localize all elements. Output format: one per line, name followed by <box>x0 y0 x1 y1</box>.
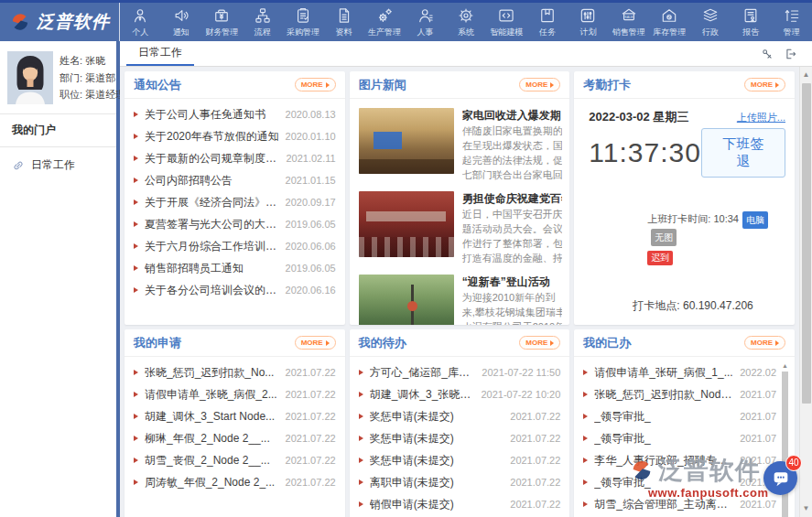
list-item[interactable]: 离职申请(未提交) 2021.07.22 <box>359 471 561 493</box>
more-button[interactable]: MORE <box>744 336 785 350</box>
more-button[interactable]: MORE <box>519 78 560 92</box>
news-item[interactable]: “迎新春”登山活动 为迎接2010新年的到 来,攀枝花钢城集团瑞丰 水泥有限公司… <box>359 269 563 325</box>
list-item[interactable]: 关于各分公司培训会议的通知 2020.06.16 <box>134 279 336 301</box>
nav-item[interactable]: 计划 <box>568 3 608 41</box>
profile-info: 姓名: 张晓 部门: 渠道部 职位: 渠道经理 <box>60 51 125 104</box>
profile-row: 姓名: 张晓 <box>60 54 125 68</box>
nav-item[interactable]: 财务管理 <box>201 3 242 41</box>
list-item[interactable]: 公司内部招聘公告 2021.01.15 <box>134 169 336 191</box>
attendance-date: 2022-03-02 星期三 <box>589 109 688 125</box>
list-item[interactable]: 奖惩申请(未提交) 2021.07.22 <box>359 427 561 449</box>
list-item[interactable]: 销售部招聘员工通知 2019.06.05 <box>134 257 336 279</box>
nav-item-label: 个人 <box>132 27 148 38</box>
notices-list: 关于公司人事任免通知书 2020.08.13 关于2020年春节放假的通知 20… <box>125 99 345 301</box>
news-thumbnail <box>359 275 454 325</box>
layers-icon <box>701 6 720 25</box>
more-button[interactable]: MORE <box>744 78 785 92</box>
more-button[interactable]: MORE <box>295 336 336 350</box>
list-item[interactable]: 李华_人事行政部_招聘专员... 2021.07 <box>583 449 776 471</box>
list-item[interactable]: 胡雪_丧假_2_Node 2__... 2021.07.22 <box>134 449 336 471</box>
nav-item[interactable]: 库存管理 <box>649 3 689 41</box>
news-list: 家电回收进入爆发期 家电 伴随废旧家电置换期的到来 在呈现出爆发状态，国家 起完… <box>350 99 570 325</box>
list-item[interactable]: 柳琳_年假_2_Node 2__... 2021.07.22 <box>134 427 336 449</box>
list-item[interactable]: 胡雪_综合管理部_主动离职... 2021.07 <box>583 493 776 515</box>
list-item[interactable]: 张晓_惩罚_迟到扣款_Node... 2021.07 <box>583 383 776 405</box>
profile-row: 部门: 渠道部 <box>60 71 125 85</box>
main-scrollbar[interactable]: ▲ ▼ <box>799 67 812 517</box>
nav-item[interactable]: 个人 <box>120 3 160 41</box>
nav-item[interactable]: 任务 <box>527 3 568 41</box>
more-button[interactable]: MORE <box>295 78 336 92</box>
bullet-icon <box>134 221 138 227</box>
nav-item-label: 行政 <box>702 27 719 38</box>
nav-item[interactable]: 流程 <box>242 3 282 41</box>
bullet-icon <box>134 479 138 485</box>
list-item[interactable]: _领导审批_ 2021.07 <box>583 471 776 493</box>
top-navbar: 泛普软件 个人 通知 财务管理 流程 <box>0 0 812 41</box>
list-item[interactable]: 奖惩申请(未提交) 2021.07.22 <box>359 449 561 471</box>
news-item[interactable]: 勇担使命庆祝建党百年，中 近日，中国平安召开庆祝中 题活动动员大会。会议对 作进… <box>359 186 563 269</box>
sidebar-item-daily-work[interactable]: 日常工作 <box>0 147 116 183</box>
checkin-location: 打卡地点: 60.190.47.206 <box>633 298 785 314</box>
scrollbar-thumb[interactable] <box>782 372 788 517</box>
list-item[interactable]: 方可心_储运部_库管员_晋... 2021-07-22 11:50 <box>359 361 561 383</box>
panel-todo-header: 我的待办 MORE <box>350 329 570 357</box>
list-item[interactable]: 关于开展《经济合同法》的相关... 2020.09.17 <box>134 191 336 213</box>
chat-button[interactable]: 40 <box>763 461 797 495</box>
nav-item[interactable]: 资料 <box>323 3 363 41</box>
nav-item[interactable]: 人事 <box>405 3 445 41</box>
list-item[interactable]: 关于最新的公司规章制度细节通知 2021.02.11 <box>134 147 336 169</box>
panel-title: 通知公告 <box>134 77 181 93</box>
news-item[interactable]: 家电回收进入爆发期 家电 伴随废旧家电置换期的到来 在呈现出爆发状态，国家 起完… <box>359 102 563 186</box>
key-icon[interactable] <box>761 48 774 60</box>
more-button[interactable]: MORE <box>519 336 560 350</box>
done-list: 请假申请单_张研_病假_1_... 2022.02 张晓_惩罚_迟到扣款_Nod… <box>574 357 795 515</box>
nav-item[interactable]: 智能建模 <box>486 3 526 41</box>
list-item[interactable]: 销假申请(未提交) 2021.07.22 <box>359 493 561 515</box>
nav-item[interactable]: 通知 <box>160 3 200 41</box>
upload-photo-link[interactable]: 上传照片... <box>737 111 785 124</box>
list-item[interactable]: 周涛敏_年假_2_Node 2_... 2021.07.22 <box>134 471 336 493</box>
sign-out-button[interactable]: 下班签退 <box>701 128 785 178</box>
nav-item-label: 报告 <box>742 27 759 38</box>
nav-item[interactable]: 报告 <box>731 3 771 41</box>
nav-item[interactable]: 生产管理 <box>364 3 405 41</box>
nav-item[interactable]: 行政 <box>690 3 731 41</box>
main-nav: 个人 通知 财务管理 流程 采购管理 资 <box>120 3 812 41</box>
app-logo[interactable]: 泛普软件 <box>0 3 120 41</box>
list-item[interactable]: 关于2020年春节放假的通知 2020.01.10 <box>134 125 336 147</box>
bullet-icon <box>583 370 588 375</box>
scrollbar-thumb[interactable] <box>802 83 811 404</box>
list-item[interactable]: _领导审批_ 2021.07 <box>583 427 776 449</box>
speaker-icon <box>172 6 190 25</box>
list-item[interactable]: 关于公司人事任免通知书 2020.08.13 <box>134 103 336 125</box>
more-arrow-icon <box>326 340 330 346</box>
nav-item[interactable]: 管理 <box>772 3 812 41</box>
list-item[interactable]: 胡建_调休_3_张晓_退回 2021-07-22 10:20 <box>359 383 561 405</box>
avatar <box>7 51 53 104</box>
scroll-down-icon[interactable]: ▼ <box>803 501 810 517</box>
list-item[interactable]: 请假申请单_张研_病假_1_... 2022.02 <box>583 361 776 383</box>
list-item[interactable]: 张晓_惩罚_迟到扣款_No... 2021.07.22 <box>134 361 336 383</box>
bullet-icon <box>359 414 363 419</box>
list-item[interactable]: _领导审批_ 2021.07 <box>583 405 776 427</box>
nav-item[interactable]: SALE 销售管理 <box>609 3 649 41</box>
bullet-icon <box>359 392 363 397</box>
list-item[interactable]: 奖惩申请(未提交) 2021.07.22 <box>359 405 561 427</box>
sale-tag-icon: SALE <box>620 6 638 25</box>
logout-icon[interactable] <box>785 48 797 60</box>
scroll-up-icon[interactable]: ▲ <box>782 362 788 370</box>
list-item[interactable]: 关于六月份综合工作培训内容及... 2020.06.06 <box>134 235 336 257</box>
nav-item[interactable]: 采购管理 <box>283 3 323 41</box>
nav-item-label: 系统 <box>458 27 474 38</box>
bullet-icon <box>359 458 363 463</box>
nav-item[interactable]: 系统 <box>446 3 486 41</box>
panel-title: 考勤打卡 <box>583 77 631 93</box>
list-item[interactable]: 胡建_调休_3_Start Node... 2021.07.22 <box>134 405 336 427</box>
bullet-icon <box>134 199 138 205</box>
list-item[interactable]: 请假申请单_张晓_病假_2... 2021.07.22 <box>134 383 336 405</box>
checkin-time: 10:34 <box>713 213 739 224</box>
list-item[interactable]: 夏营签署与光大公司的大订单，... 2019.06.05 <box>134 213 336 235</box>
scroll-up-icon[interactable]: ▲ <box>803 67 810 83</box>
tab-daily-work[interactable]: 日常工作 <box>126 41 194 66</box>
